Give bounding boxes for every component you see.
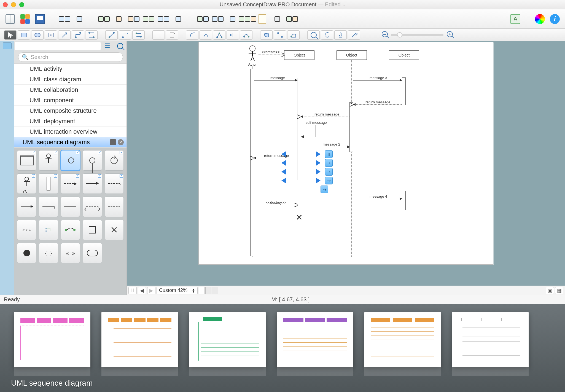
object-3[interactable]: Object [389, 50, 419, 60]
tool-icon-4[interactable] [113, 13, 125, 25]
shape-arrow-4[interactable]: ‹› [83, 197, 102, 217]
library-item[interactable]: UML class diagram [14, 74, 127, 85]
blob-tool-2[interactable] [274, 30, 286, 40]
library-item[interactable]: UML activity [14, 64, 127, 74]
curve-tool-3[interactable] [213, 30, 225, 40]
tool-icon-9[interactable] [197, 13, 209, 25]
shape-self-message[interactable] [39, 220, 58, 240]
template-card[interactable] [14, 312, 90, 367]
canvas-scroll[interactable]: Actor Object Object Object <<create>> [127, 41, 565, 286]
connector-tool-3[interactable] [85, 30, 98, 40]
toggle-pages-icon[interactable]: ⏸ [128, 287, 137, 294]
lifeline-2[interactable] [351, 60, 352, 257]
shape-guillemets[interactable]: « » [61, 243, 80, 263]
curve-tool-5[interactable] [240, 30, 252, 40]
tool-icon-1[interactable] [58, 13, 71, 25]
library-item[interactable]: UML component [14, 95, 127, 106]
pan-hand-icon[interactable] [321, 30, 333, 40]
zoom-out-icon[interactable] [382, 31, 388, 39]
shape-constraint[interactable]: « x » [17, 220, 36, 240]
tool-text-icon[interactable]: A [509, 13, 521, 25]
tool-icon-5[interactable] [128, 13, 140, 25]
shape-arrow-3[interactable] [61, 197, 80, 217]
blob-tool-1[interactable] [260, 30, 273, 40]
object-2[interactable]: Object [337, 50, 367, 60]
library-item-selected[interactable]: UML sequence diagrams ✕ [14, 137, 127, 147]
corner-a-icon[interactable]: ▣ [546, 287, 554, 294]
object-1[interactable]: Object [284, 50, 314, 60]
shape-arrow-2[interactable]: › [39, 197, 58, 217]
eyedropper-icon[interactable] [348, 30, 360, 40]
zoom-selector[interactable]: Custom 42% ▲▼ [157, 287, 198, 294]
destroy-message[interactable] [254, 205, 297, 205]
tool-icon-11[interactable] [227, 13, 239, 25]
tool-icon-3[interactable] [98, 13, 110, 25]
tool-icon-6[interactable] [142, 13, 155, 25]
actor-shape[interactable]: Actor [244, 45, 261, 66]
tool-icon-12[interactable] [241, 13, 254, 25]
curve-tool-1[interactable] [186, 30, 198, 40]
create-message[interactable] [258, 55, 284, 55]
color-blocks-icon[interactable] [19, 13, 31, 25]
save-library-icon[interactable] [110, 139, 116, 145]
zoom-search-icon[interactable] [307, 30, 320, 40]
shape-arrow-5[interactable] [105, 197, 124, 217]
library-item[interactable]: UML deployment [14, 116, 127, 127]
curve-tool-4[interactable] [227, 30, 239, 40]
text-tool[interactable]: ≡ [45, 30, 57, 40]
library-search[interactable]: 🔍 Search [18, 52, 123, 62]
chevron-down-icon[interactable]: ⌄ [342, 3, 345, 7]
stamp-icon[interactable] [334, 30, 347, 40]
message-2[interactable] [303, 147, 349, 147]
close-library-icon[interactable]: ✕ [118, 139, 124, 145]
shape-braces[interactable]: { } [39, 243, 58, 263]
ellipse-tool[interactable] [31, 30, 44, 40]
shape-arrow-1[interactable] [17, 197, 36, 217]
shape-found-message[interactable] [61, 220, 80, 240]
tool-icon-7[interactable] [157, 13, 170, 25]
connector-tool-1[interactable] [58, 30, 71, 40]
tool-icon-2[interactable] [73, 13, 85, 25]
next-page-icon[interactable]: ▶ [147, 287, 155, 294]
activation-actor[interactable] [250, 69, 254, 256]
shape-control-lifeline[interactable] [105, 150, 124, 171]
activation-obj2[interactable] [349, 102, 353, 152]
shape-object-lifeline[interactable] [61, 150, 80, 171]
line-style-tool[interactable] [152, 30, 165, 40]
library-filter-input[interactable] [15, 42, 101, 50]
template-card[interactable] [452, 312, 529, 367]
color-picker-icon[interactable] [534, 13, 546, 25]
message-4[interactable] [353, 199, 402, 199]
pointer-tool[interactable] [4, 30, 17, 40]
library-item[interactable]: UML collaboration [14, 85, 127, 95]
insert-tool[interactable] [166, 30, 178, 40]
tool-icon-14[interactable] [286, 13, 298, 25]
template-card[interactable] [189, 312, 266, 367]
search-panel-icon[interactable] [114, 41, 127, 51]
shape-frame[interactable] [17, 150, 36, 171]
info-icon[interactable]: i [549, 13, 561, 25]
prev-page-icon[interactable]: ◀ [138, 287, 146, 294]
list-view-icon[interactable]: ☰ [101, 41, 114, 51]
shape-actor[interactable] [17, 173, 36, 194]
message-1[interactable] [254, 80, 297, 80]
library-item[interactable]: UML composite structure [14, 106, 127, 116]
shape-boundary-lifeline[interactable] [83, 150, 102, 171]
page-icon[interactable] [256, 13, 268, 25]
connector-tool-5[interactable] [119, 30, 131, 40]
curve-tool-2[interactable] [200, 30, 212, 40]
rectangle-tool[interactable] [18, 30, 30, 40]
drawing-page[interactable]: Actor Object Object Object <<create>> [198, 42, 493, 265]
connector-tool-6[interactable] [132, 30, 145, 40]
shape-return-msg[interactable]: › [105, 173, 124, 194]
template-card[interactable] [277, 312, 353, 367]
activation-obj3a[interactable] [402, 77, 406, 105]
shape-state[interactable] [83, 243, 102, 263]
template-card[interactable] [364, 312, 441, 367]
shape-initial[interactable] [17, 243, 36, 263]
connector-tool-4[interactable] [105, 30, 118, 40]
shape-activation[interactable] [39, 173, 58, 194]
smart-handles[interactable]: ▯ → → ⇢ ⇢ [281, 149, 333, 194]
message-3[interactable] [353, 80, 402, 80]
shape-actor-lifeline[interactable] [39, 150, 58, 171]
